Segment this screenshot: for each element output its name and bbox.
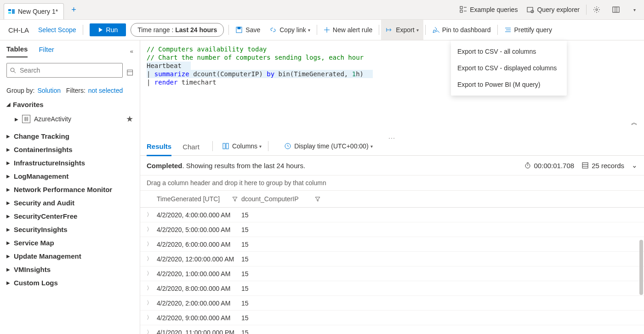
category-label: Update Management [14, 252, 81, 260]
expand-row-icon[interactable]: 〉 [147, 226, 157, 233]
expand-row-icon[interactable]: 〉 [147, 240, 157, 248]
table-row[interactable]: 〉4/1/2020, 11:00:00.000 PM15 [140, 325, 644, 334]
sidebar-category[interactable]: ▶Update Management [6, 249, 133, 263]
cell-dcount: 15 [241, 211, 324, 219]
query-explorer-icon [527, 6, 534, 13]
new-alert-rule-button[interactable]: New alert rule [319, 20, 377, 40]
cell-timegenerated: 4/2/2020, 8:00:00.000 AM [157, 285, 241, 292]
tab-chart[interactable]: Chart [182, 137, 199, 155]
display-time-button[interactable]: Display time (UTC+00:00) ▾ [284, 142, 372, 150]
sidebar-category[interactable]: ▶Custom Logs [6, 276, 133, 289]
sidebar-category[interactable]: ▶Service Map [6, 236, 133, 249]
expand-row-icon[interactable]: 〉 [147, 284, 157, 292]
category-label: VMInsights [14, 266, 51, 273]
more-button[interactable]: ▾ [627, 0, 640, 19]
table-row[interactable]: 〉4/2/2020, 12:00:00.000 AM15 [140, 252, 644, 266]
filter-icon[interactable] [232, 196, 238, 202]
category-label: SecurityCenterFree [14, 212, 77, 220]
category-label: SecurityInsights [14, 226, 68, 233]
example-queries-button[interactable]: Example queries [455, 0, 522, 19]
export-csv-displayed[interactable]: Export to CSV - displayed columns [451, 60, 567, 76]
sidebar-category[interactable]: ▶SecurityInsights [6, 223, 133, 236]
sidebar-category[interactable]: ▶VMInsights [6, 263, 133, 276]
collapse-all-icon[interactable] [126, 69, 133, 76]
sidebar-category[interactable]: ▶Security and Audit [6, 196, 133, 209]
query-editor[interactable]: // Computers availability today // Chart… [140, 40, 644, 132]
filters-value[interactable]: not selected [88, 87, 123, 94]
groupby-value[interactable]: Solution [37, 87, 61, 94]
category-label: Security and Audit [14, 199, 74, 207]
sidebar-category[interactable]: ▶Change Tracking [6, 130, 133, 143]
query-explorer-button[interactable]: Query explorer [522, 0, 584, 19]
sidebar-category[interactable]: ▶LogManagement [6, 170, 133, 183]
expand-row-icon[interactable]: 〉 [147, 211, 157, 219]
sidebar-category[interactable]: ▶SecurityCenterFree [6, 209, 133, 223]
table-row[interactable]: 〉4/2/2020, 2:00:00.000 AM15 [140, 296, 644, 311]
export-button[interactable]: Export ▾ [381, 20, 423, 40]
favorites-header[interactable]: ◢ Favorites [6, 101, 133, 108]
settings-button[interactable] [588, 0, 608, 19]
table-row[interactable]: 〉4/2/2020, 9:00:00.000 AM15 [140, 311, 644, 325]
resize-handle[interactable]: … [140, 132, 644, 137]
divider [212, 141, 213, 151]
scrollbar-thumb[interactable] [639, 240, 643, 295]
table-row[interactable]: 〉4/2/2020, 5:00:00.000 AM15 [140, 222, 644, 237]
select-scope-link[interactable]: Select Scope [34, 26, 81, 34]
run-button[interactable]: Run [90, 23, 126, 36]
export-powerbi[interactable]: Export to Power BI (M query) [451, 76, 567, 93]
column-header-timegenerated[interactable]: TimeGenerated [UTC] [157, 195, 241, 203]
search-input[interactable] [19, 66, 120, 74]
cell-dcount: 15 [241, 300, 324, 307]
columns-button[interactable]: Columns ▾ [222, 142, 262, 150]
save-button[interactable]: Save [231, 20, 265, 40]
collapse-sidebar-button[interactable]: « [130, 48, 133, 55]
table-row[interactable]: 〉4/2/2020, 6:00:00.000 AM15 [140, 237, 644, 252]
copy-link-button[interactable]: Copy link ▾ [265, 20, 315, 40]
sidebar-category[interactable]: ▶ContainerInsights [6, 143, 133, 156]
expand-row-icon[interactable]: 〉 [147, 299, 157, 307]
star-icon[interactable]: ★ [126, 114, 133, 124]
svg-rect-22 [127, 70, 133, 75]
time-range-picker[interactable]: Time range : Last 24 hours [131, 23, 224, 37]
pin-button[interactable]: Pin to dashboard [427, 20, 496, 40]
query-table: Heartbeat [147, 62, 191, 70]
table-row[interactable]: 〉4/2/2020, 1:00:00.000 AM15 [140, 266, 644, 281]
chevron-right-icon: ▶ [6, 254, 10, 259]
divider [317, 25, 317, 35]
svg-rect-2 [12, 9, 15, 14]
expand-row-icon[interactable]: 〉 [147, 314, 157, 322]
column-header-dcount[interactable]: dcount_ComputerIP [241, 195, 324, 203]
divider [83, 25, 83, 35]
expand-row-icon[interactable]: 〉 [147, 328, 157, 334]
collapse-editor-button[interactable]: ︽ [631, 119, 638, 127]
cell-timegenerated: 4/2/2020, 5:00:00.000 AM [157, 226, 241, 233]
panels-button[interactable] [608, 0, 627, 19]
query-tab[interactable]: New Query 1* [4, 3, 64, 19]
tab-results[interactable]: Results [147, 136, 171, 156]
favorite-item-azureactivity[interactable]: ▶ AzureActivity ★ [6, 113, 133, 125]
filter-icon[interactable] [315, 196, 320, 202]
sidebar-category[interactable]: ▶InfrastructureInsights [6, 156, 133, 170]
sidebar-tab-filter[interactable]: Filter [39, 45, 54, 57]
expand-row-icon[interactable]: 〉 [147, 270, 157, 277]
cell-dcount: 15 [241, 270, 324, 277]
prettify-button[interactable]: Prettify query [500, 20, 557, 40]
expand-status-button[interactable]: ⌄ [632, 161, 638, 170]
category-label: LogManagement [14, 172, 68, 180]
export-label: Export [396, 26, 414, 34]
expand-row-icon[interactable]: 〉 [147, 255, 157, 263]
new-tab-button[interactable]: + [68, 5, 79, 15]
columns-label: Columns [232, 142, 257, 150]
table-row[interactable]: 〉4/2/2020, 8:00:00.000 AM15 [140, 281, 644, 296]
sidebar-category[interactable]: ▶Network Performance Monitor [6, 183, 133, 196]
search-box[interactable] [6, 63, 123, 78]
export-csv-all[interactable]: Export to CSV - all columns [451, 43, 567, 60]
cell-timegenerated: 4/2/2020, 1:00:00.000 AM [157, 270, 241, 277]
sidebar-tab-tables[interactable]: Tables [6, 45, 28, 57]
divider [497, 25, 498, 35]
table-row[interactable]: 〉4/2/2020, 4:00:00.000 AM15 [140, 208, 644, 222]
schema-sidebar: Tables Filter « Group by: Solution Filte… [0, 40, 140, 334]
chevron-right-icon: ▶ [6, 160, 10, 165]
group-drop-zone[interactable]: Drag a column header and drop it here to… [140, 175, 644, 191]
columns-icon [222, 142, 229, 150]
